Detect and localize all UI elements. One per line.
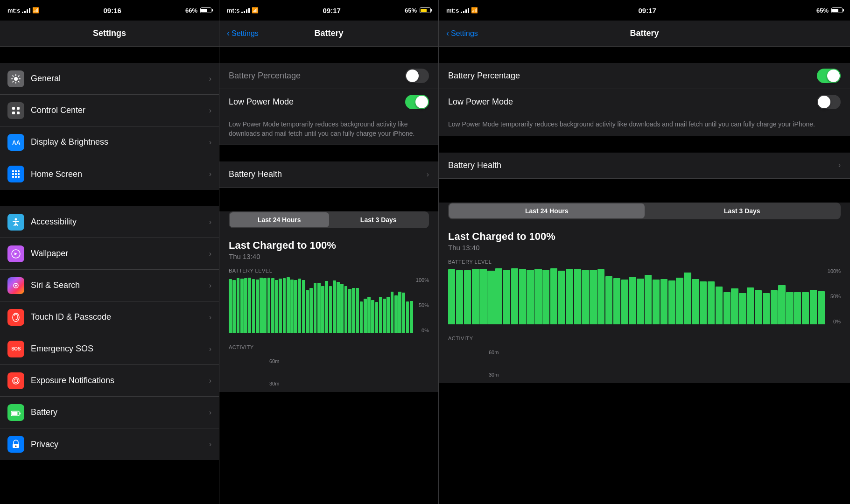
- low-power-desc-m: Low Power Mode temporarily reduces backg…: [219, 115, 438, 145]
- gap-health-r: [439, 136, 850, 153]
- battery-bar-38: [747, 287, 754, 324]
- signal-bars-right: [461, 7, 469, 13]
- chart-y-labels-m: 100% 50% 0%: [413, 277, 429, 333]
- battery-bar-3: [240, 279, 244, 333]
- signal-bar-r2: [463, 11, 464, 13]
- battery-back-right[interactable]: ‹ Settings: [446, 28, 478, 38]
- battery-bar-36: [367, 297, 371, 333]
- settings-item-home-screen[interactable]: Home Screen ›: [0, 158, 219, 190]
- charged-time-m: Thu 13:40: [229, 252, 429, 260]
- battery-bar-44: [794, 292, 801, 324]
- low-power-desc-r: Low Power Mode temporarily reduces backg…: [439, 115, 850, 136]
- svg-rect-2: [17, 107, 20, 110]
- battery-bar-9: [263, 278, 267, 333]
- time-selector-m: Last 24 Hours Last 3 Days: [229, 211, 429, 228]
- chart-section-m: Last 24 Hours Last 3 Days Last Charged t…: [219, 211, 438, 392]
- battery-bar-30: [344, 286, 348, 333]
- battery-toggles-section-r: Battery Percentage Low Power Mode Low Po…: [439, 63, 850, 136]
- battery-bar-47: [818, 291, 825, 324]
- chart-bars-m: [229, 277, 413, 333]
- svg-rect-10: [15, 173, 17, 175]
- battery-bar-31: [692, 279, 699, 324]
- top-gap-r: [439, 47, 850, 63]
- status-right-r: 65%: [816, 7, 843, 14]
- battery-bar-19: [302, 280, 305, 333]
- svg-rect-3: [12, 112, 15, 114]
- battery-percentage-toggle-m[interactable]: [405, 69, 429, 83]
- exposure-icon: [7, 372, 24, 389]
- battery-bar-6: [252, 279, 255, 333]
- battery-health-label-r: Battery Health: [448, 161, 838, 170]
- y-50-r: 50%: [830, 294, 841, 299]
- battery-bar-22: [314, 283, 317, 333]
- exposure-chevron: ›: [209, 377, 211, 385]
- battery-bar-35: [724, 292, 731, 324]
- battery-percentage-knob-r: [827, 70, 840, 82]
- svg-text:AA: AA: [12, 140, 21, 146]
- settings-item-accessibility[interactable]: Accessibility ›: [0, 206, 219, 238]
- y-0-r: 0%: [833, 319, 841, 324]
- sos-label: Emergency SOS: [31, 344, 209, 354]
- gap-2: [0, 190, 219, 206]
- battery-bar-47: [410, 301, 413, 334]
- battery-bar-25: [325, 281, 328, 334]
- battery-bar-28: [668, 280, 675, 324]
- battery-pct-middle: 65%: [405, 7, 417, 14]
- battery-bar-38: [375, 302, 379, 334]
- last-3d-btn-r[interactable]: Last 3 Days: [645, 203, 840, 218]
- siri-icon: [7, 277, 24, 294]
- time-right: 09:17: [639, 7, 656, 14]
- settings-section-2: Accessibility › Wallpaper ›: [0, 206, 219, 460]
- svg-point-0: [14, 77, 18, 81]
- battery-bar-29: [676, 278, 683, 324]
- signal-bar-m1: [241, 12, 243, 13]
- battery-health-chevron-m: ›: [427, 170, 429, 179]
- battery-bar-11: [271, 278, 274, 333]
- wifi-icon-left: 📶: [32, 7, 39, 14]
- accessibility-icon: [7, 214, 24, 231]
- battery-percentage-toggle-r[interactable]: [817, 69, 841, 83]
- battery-settings-icon: [7, 404, 24, 421]
- settings-item-wallpaper[interactable]: Wallpaper ›: [0, 238, 219, 270]
- battery-health-row-r[interactable]: Battery Health ›: [439, 153, 850, 179]
- battery-bar-22: [621, 280, 628, 324]
- settings-item-privacy[interactable]: Privacy ›: [0, 428, 219, 460]
- battery-bar-17: [582, 270, 589, 324]
- settings-panel: mt:s 📶 09:16 66% Settings: [0, 0, 219, 504]
- low-power-toggle-m[interactable]: [405, 95, 429, 109]
- y-0-m: 0%: [421, 328, 429, 333]
- battery-back-middle[interactable]: ‹ Settings: [227, 28, 259, 38]
- signal-bar-r4: [468, 8, 469, 13]
- settings-item-control-center[interactable]: Control Center ›: [0, 95, 219, 126]
- signal-bars-middle: [241, 7, 250, 13]
- settings-item-siri[interactable]: Siri & Search ›: [0, 270, 219, 301]
- battery-bar-1: [456, 270, 463, 324]
- settings-item-battery[interactable]: Battery ›: [0, 397, 219, 428]
- signal-bar-r1: [461, 12, 462, 13]
- battery-chevron: ›: [209, 408, 211, 417]
- last-24h-btn-r[interactable]: Last 24 Hours: [449, 203, 645, 218]
- settings-item-touchid[interactable]: Touch ID & Passcode ›: [0, 301, 219, 333]
- y-100-m: 100%: [416, 277, 429, 283]
- carrier-left: mt:s: [7, 7, 20, 14]
- low-power-toggle-r[interactable]: [817, 95, 841, 109]
- time-left: 09:16: [104, 7, 121, 14]
- last-24h-btn-m[interactable]: Last 24 Hours: [230, 212, 329, 227]
- display-chevron: ›: [209, 138, 211, 147]
- battery-bar-16: [290, 280, 294, 333]
- battery-bar-36: [731, 288, 738, 324]
- signal-bar-m3: [246, 9, 247, 13]
- battery-bar-32: [700, 281, 707, 324]
- siri-label: Siri & Search: [31, 280, 209, 290]
- settings-item-exposure[interactable]: Exposure Notifications ›: [0, 365, 219, 397]
- settings-item-general[interactable]: General ›: [0, 63, 219, 95]
- settings-item-sos[interactable]: SOS Emergency SOS ›: [0, 333, 219, 365]
- charged-info-m: Last Charged to 100% Thu 13:40: [219, 236, 438, 262]
- battery-bar-5: [487, 271, 494, 324]
- settings-item-display[interactable]: AA Display & Brightness ›: [0, 126, 219, 158]
- last-3d-btn-m[interactable]: Last 3 Days: [329, 212, 429, 227]
- signal-bars-left: [22, 7, 30, 13]
- battery-health-row-m[interactable]: Battery Health ›: [219, 161, 438, 188]
- settings-list: General › Control Center ›: [0, 47, 219, 504]
- activity-bars-r: [448, 350, 486, 378]
